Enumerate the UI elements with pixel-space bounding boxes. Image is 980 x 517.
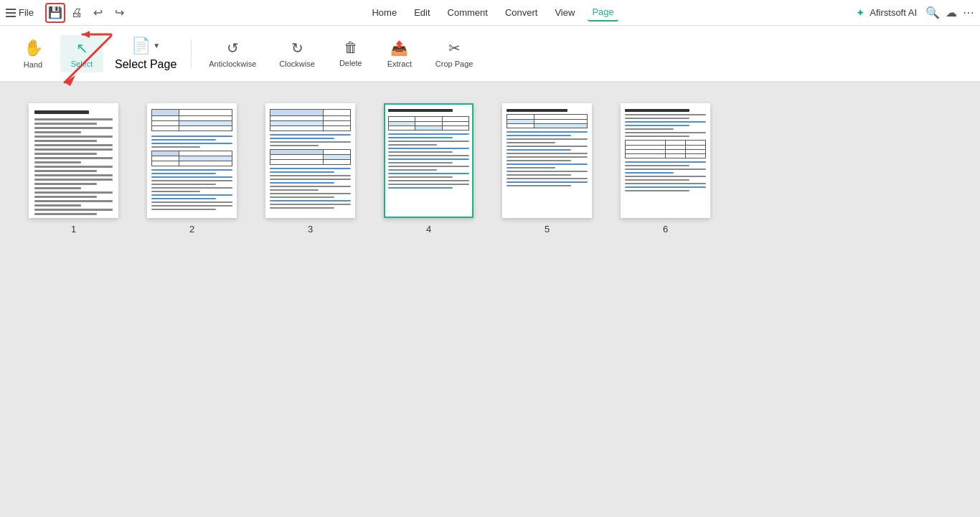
page-item-5[interactable]: 5 (502, 103, 592, 234)
page-number-6: 6 (663, 224, 668, 234)
menu-convert[interactable]: Convert (501, 4, 542, 21)
menu-comment[interactable]: Comment (443, 4, 492, 21)
hamburger-menu[interactable]: File (6, 7, 34, 18)
delete-button[interactable]: 🗑 Delete (329, 35, 372, 72)
page-item-4[interactable]: 4 (384, 103, 473, 234)
page-item-6[interactable]: 6 (621, 103, 710, 234)
anticlockwise-icon: ↺ (227, 39, 239, 57)
select-icon: ↖ (76, 39, 88, 57)
page-thumbnail-6[interactable] (621, 103, 710, 218)
page-thumbnail-2[interactable] (147, 103, 237, 218)
page-item-3[interactable]: 3 (265, 103, 355, 234)
extract-label: Extract (387, 60, 412, 68)
undo-button[interactable]: ↩ (88, 3, 108, 23)
save-button[interactable]: 💾 (45, 3, 65, 23)
more-icon[interactable]: ⋯ (963, 6, 974, 19)
crop-page-label: Crop Page (435, 60, 473, 68)
menu-edit[interactable]: Edit (410, 4, 434, 21)
anticlockwise-label: Anticlockwise (209, 60, 256, 68)
page-item-2[interactable]: 2 (147, 103, 237, 234)
crop-page-icon: ✂ (448, 39, 461, 57)
menu-home[interactable]: Home (367, 4, 401, 21)
toolbar-quick-actions: 💾 🖨 ↩ ↪ (45, 3, 130, 23)
page-toolbar: ✋ Hand ↖ Select 📄 ▼ Select Page ↺ Anticl… (0, 26, 980, 82)
hamburger-icon (6, 9, 16, 17)
page-number-4: 4 (426, 224, 431, 234)
hand-tool-button[interactable]: ✋ Hand (11, 34, 55, 73)
main-content: 1 (0, 82, 980, 517)
page-item-1[interactable]: 1 (29, 103, 118, 234)
page-number-5: 5 (545, 224, 550, 234)
select-page-inner: 📄 ▼ (131, 37, 160, 55)
print-button[interactable]: 🖨 (67, 3, 87, 23)
toolbar-divider-1 (191, 39, 192, 68)
clockwise-label: Clockwise (279, 60, 315, 68)
file-menu-label[interactable]: File (19, 7, 34, 18)
select-page-dropdown-arrow: ▼ (153, 42, 160, 49)
select-tool-button[interactable]: ↖ Select (60, 35, 103, 72)
page-thumbnail-5[interactable] (502, 103, 592, 218)
select-page-label: Select Page (115, 58, 176, 71)
search-icon[interactable]: 🔍 (925, 6, 940, 19)
delete-icon: 🗑 (344, 39, 358, 56)
clockwise-icon: ↻ (291, 39, 303, 57)
hand-icon: ✋ (24, 39, 43, 57)
menu-bar: File 💾 🖨 ↩ ↪ Home Edit Comment Convert V… (0, 0, 980, 26)
menu-view[interactable]: View (550, 4, 579, 21)
select-page-icon: 📄 (131, 37, 151, 55)
brand-area: ✦ Afirstsoft AI (856, 6, 917, 19)
brand-name: Afirstsoft AI (870, 7, 917, 18)
extract-icon: 📤 (390, 39, 408, 57)
page-thumbnail-3[interactable] (265, 103, 355, 218)
page-number-2: 2 (189, 224, 194, 234)
extract-button[interactable]: 📤 Extract (378, 35, 421, 72)
pages-grid: 1 (29, 103, 951, 234)
page-thumbnail-4[interactable] (384, 103, 473, 218)
right-icons: 🔍 ☁ ⋯ (925, 6, 974, 19)
select-page-button[interactable]: 📄 ▼ Select Page (109, 32, 182, 75)
delete-label: Delete (339, 59, 362, 67)
redo-button[interactable]: ↪ (110, 3, 130, 23)
anticlockwise-button[interactable]: ↺ Anticlockwise (200, 35, 265, 72)
page-number-1: 1 (71, 224, 76, 234)
hand-label: Hand (24, 60, 42, 69)
clockwise-button[interactable]: ↻ Clockwise (270, 35, 324, 72)
brand-logo-icon: ✦ (856, 6, 865, 19)
cloud-icon[interactable]: ☁ (946, 6, 957, 19)
menu-page[interactable]: Page (588, 4, 618, 22)
page-thumbnail-1[interactable] (29, 103, 118, 218)
page-number-3: 3 (308, 224, 313, 234)
select-label: Select (71, 60, 93, 68)
crop-page-button[interactable]: ✂ Crop Page (427, 35, 482, 72)
